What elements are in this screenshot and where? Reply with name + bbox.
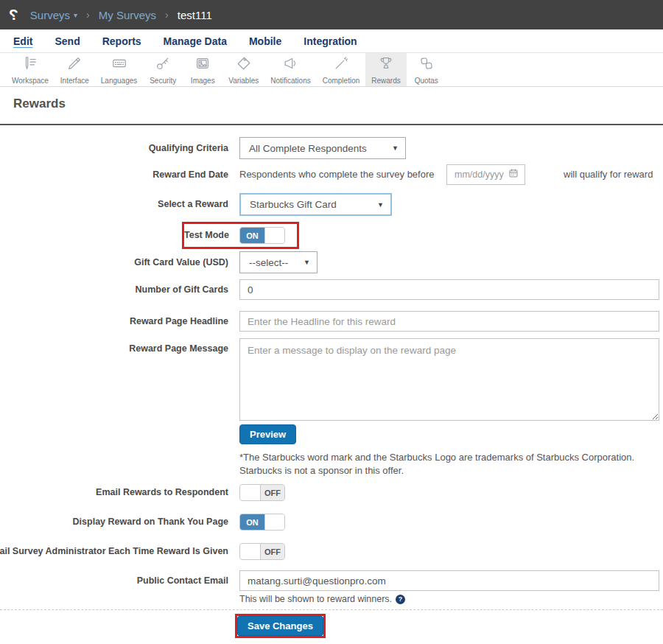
gift-card-value-value: --select-- [249, 257, 288, 268]
toolbar-item-label: Variables [228, 77, 259, 85]
select-reward-value: Starbucks Gift Card [250, 199, 337, 210]
preview-button[interactable]: Preview [239, 424, 296, 444]
toolbar-item-label: Notifications [270, 77, 310, 85]
wand-icon [333, 55, 349, 74]
display-reward-label: Display Reward on Thank You Page [73, 514, 228, 531]
contact-email-label: Public Contact Email [137, 570, 228, 591]
breadcrumb-surveys[interactable]: Surveys [30, 9, 70, 21]
qualifying-criteria-label: Qualifying Criteria [149, 137, 228, 159]
select-caret-icon: ▼ [392, 144, 399, 152]
contact-email-input[interactable] [239, 570, 659, 591]
toggle-off-text: OFF [261, 544, 284, 559]
tab-edit[interactable]: Edit [13, 35, 32, 47]
reward-end-date-label: Reward End Date [152, 164, 228, 185]
tab-mobile[interactable]: Mobile [249, 35, 281, 47]
end-date-prefix-text: Respondents who complete the survey befo… [239, 164, 435, 185]
rewards-settings-page: ? Surveys ▾ › My Surveys › test111 Edit … [0, 0, 663, 644]
toolbar-item-variables[interactable]: Variables [222, 53, 264, 86]
tab-reports[interactable]: Reports [102, 35, 141, 47]
toggle-knob [240, 544, 261, 559]
headline-input[interactable] [239, 311, 659, 332]
image-icon [194, 55, 211, 74]
toolbar-item-completion[interactable]: Completion [317, 53, 366, 86]
toggle-on-text: ON [240, 228, 264, 243]
save-changes-button[interactable]: Save Changes [237, 616, 323, 636]
toolbar-item-security[interactable]: Security [143, 53, 183, 86]
select-caret-icon: ▼ [304, 259, 310, 266]
toolbar-item-label: Security [150, 77, 176, 85]
contact-email-helper: This will be shown to reward winners. ? [239, 594, 405, 604]
email-rewards-label: Email Rewards to Respondent [96, 484, 228, 501]
toolbar-item-quotas[interactable]: Quotas [407, 53, 446, 86]
save-highlight-box: Save Changes [235, 614, 326, 638]
toolbar-item-label: Workspace [12, 77, 49, 85]
toggle-on-text: ON [240, 514, 264, 530]
toolbar-item-label: Completion [323, 77, 360, 85]
top-header-bar: ? Surveys ▾ › My Surveys › test111 [0, 0, 663, 29]
message-label: Reward Page Message [129, 341, 228, 356]
toolbar-item-notifications[interactable]: Notifications [264, 53, 316, 86]
toolbar-item-rewards[interactable]: Rewards [365, 53, 406, 86]
toolbar-item-label: Interface [60, 77, 89, 85]
end-date-input[interactable]: mm/dd/yyyy [446, 164, 525, 185]
page-title: Rewards [13, 97, 66, 111]
qualifying-criteria-value: All Complete Respondents [249, 143, 367, 154]
edit-sub-toolbar: Workspace Interface Languages Security I… [0, 53, 663, 87]
display-reward-toggle[interactable]: ON [239, 514, 285, 531]
test-mode-highlight-box: Test Mode ON [182, 222, 299, 249]
key-icon [155, 55, 171, 74]
qualifying-criteria-select[interactable]: All Complete Respondents ▼ [239, 137, 406, 159]
keyboard-icon [111, 55, 127, 74]
title-divider [0, 124, 663, 125]
tab-integration[interactable]: Integration [304, 35, 357, 47]
toggle-knob [264, 228, 284, 243]
end-date-placeholder: mm/dd/yyyy [455, 169, 504, 180]
select-caret-icon: ▼ [377, 201, 384, 209]
toggle-knob [264, 514, 284, 530]
test-mode-label: Test Mode [184, 230, 228, 240]
toolbar-item-interface[interactable]: Interface [55, 53, 95, 86]
help-question-icon[interactable]: ? [396, 595, 405, 604]
megaphone-icon [282, 55, 298, 74]
message-textarea[interactable] [239, 338, 659, 421]
pen-icon [66, 55, 83, 74]
chain-icon [418, 55, 435, 74]
breadcrumb-separator-icon: › [86, 9, 90, 21]
chevron-down-icon[interactable]: ▾ [74, 11, 77, 19]
breadcrumb-my-surveys[interactable]: My Surveys [99, 9, 156, 21]
toolbar-item-label: Rewards [371, 77, 400, 85]
toolbar-item-label: Images [191, 77, 215, 85]
gift-card-value-select[interactable]: --select-- ▼ [239, 251, 318, 273]
test-mode-toggle[interactable]: ON [239, 227, 285, 244]
email-rewards-toggle[interactable]: OFF [239, 484, 285, 501]
helper-text: This will be shown to reward winners. [239, 594, 392, 604]
email-admin-label: Email Survey Administrator Each Time Rew… [0, 543, 228, 560]
tag-icon [236, 55, 252, 74]
toolbar-item-label: Languages [101, 77, 138, 85]
toggle-off-text: OFF [261, 485, 284, 500]
pen-list-icon [22, 55, 38, 74]
toolbar-item-workspace[interactable]: Workspace [6, 53, 55, 86]
select-reward-label: Select a Reward [158, 193, 228, 216]
questionpro-logo-icon[interactable]: ? [9, 6, 18, 24]
gift-card-value-label: Gift Card Value (USD) [134, 251, 228, 273]
trophy-icon [378, 55, 394, 74]
bottom-dashed-divider [0, 609, 663, 610]
toolbar-item-images[interactable]: Images [183, 53, 222, 86]
num-gift-cards-label: Number of Gift Cards [136, 279, 228, 300]
headline-label: Reward Page Headline [130, 311, 228, 332]
breadcrumb-current-survey: test111 [178, 9, 212, 21]
calendar-icon[interactable] [508, 168, 519, 181]
breadcrumb-separator-icon: › [165, 9, 169, 21]
num-gift-cards-input[interactable] [239, 279, 659, 300]
select-reward-select[interactable]: Starbucks Gift Card ▼ [239, 193, 392, 216]
tab-manage-data[interactable]: Manage Data [164, 35, 227, 47]
email-admin-toggle[interactable]: OFF [239, 543, 285, 560]
toolbar-item-label: Quotas [415, 77, 438, 85]
toggle-knob [240, 485, 261, 500]
toolbar-item-languages[interactable]: Languages [95, 53, 144, 86]
main-nav-tabs: Edit Send Reports Manage Data Mobile Int… [0, 29, 663, 53]
end-date-suffix-text: will qualify for reward [564, 164, 653, 185]
starbucks-disclaimer-text: *The Starbucks word mark and the Starbuc… [239, 451, 663, 477]
tab-send[interactable]: Send [55, 35, 80, 47]
